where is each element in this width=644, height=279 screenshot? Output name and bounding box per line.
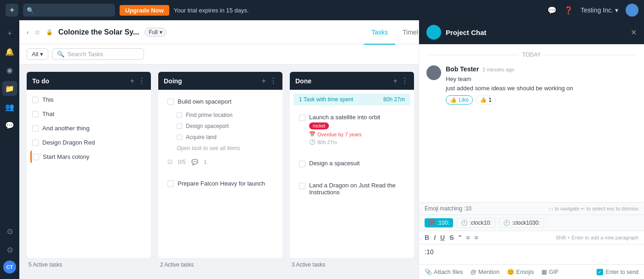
company-name[interactable]: Testing Inc. ▾	[581, 6, 618, 14]
reaction-count[interactable]: 👍 1	[476, 95, 496, 105]
column-todo-body: This That And another thing Design Drago…	[27, 90, 151, 258]
done-task-top: Design a spacesuit	[299, 160, 405, 167]
emoji-options: 💯 :100: 🕙 :clock10: 🕙 :clock1030:	[419, 215, 644, 231]
task-checkbox[interactable]	[299, 161, 305, 167]
task-item-highlighted[interactable]: Start Mars colony	[30, 151, 147, 163]
help-icon[interactable]: ❓	[564, 6, 573, 15]
column-doing-title: Doing	[164, 77, 258, 85]
enter-checkbox[interactable]: ✓	[597, 269, 603, 275]
sidebar-item-messages[interactable]: 💬	[2, 118, 17, 133]
task-checkbox[interactable]	[32, 140, 39, 146]
bold-button[interactable]: B	[425, 234, 429, 241]
message-author: Bob Tester	[446, 65, 479, 73]
done-task-top: Land a Dragon on Just Read the Instructi…	[299, 182, 405, 196]
message-content: Bob Tester 2 minutes ago Hey team just a…	[446, 65, 637, 105]
chat-icon[interactable]: 💬	[547, 6, 557, 15]
upgrade-button[interactable]: Upgrade Now	[120, 5, 169, 16]
task-checkbox[interactable]	[32, 125, 39, 132]
see-all-items[interactable]: Open task to see all items	[162, 143, 279, 156]
task-checkbox[interactable]	[32, 97, 39, 103]
at-icon: @	[471, 268, 477, 275]
hundred-icon: 💯	[428, 220, 435, 226]
task-label: And another thing	[42, 125, 90, 132]
filter-all-button[interactable]: All ▾	[27, 48, 48, 60]
enter-label: Enter to send	[606, 269, 638, 275]
search-tasks-input[interactable]: 🔍 Search Tasks	[52, 48, 144, 60]
task-item[interactable]: Design Dragon Red	[30, 136, 147, 149]
doing-task-footer: ☑ 0/5 💬 1	[162, 156, 279, 170]
chevron-down-icon: ▾	[40, 51, 43, 58]
gif-button[interactable]: ▦ GIF	[541, 268, 559, 275]
doing-task-falcon[interactable]: Prepare Falcon Heavy for launch	[162, 175, 279, 192]
reaction-like[interactable]: 👍 Like	[446, 95, 473, 105]
tab-tasks[interactable]: Tasks	[364, 21, 395, 45]
task-item[interactable]: This	[30, 93, 147, 106]
message-avatar	[426, 65, 441, 80]
column-done-header: Done + ⋮	[290, 72, 414, 90]
star-button[interactable]: ☆	[34, 29, 40, 36]
italic-button[interactable]: I	[434, 234, 436, 241]
chat-input[interactable]: :10	[419, 244, 644, 264]
doing-task-spaceport[interactable]: Build own spaceport Find prime location …	[162, 93, 279, 170]
done-task-spacesuit[interactable]: Design a spacesuit	[293, 155, 410, 172]
attach-files-button[interactable]: 📎 Attach files	[425, 268, 463, 275]
back-button[interactable]: ‹	[27, 29, 29, 36]
done-task-title: Design a spacesuit	[309, 160, 360, 167]
sub-checkbox[interactable]	[177, 112, 182, 118]
chat-panel: Project Chat ✕ TODAY Bob Tester 2 minute…	[419, 20, 644, 279]
calendar-icon: 📅	[309, 131, 316, 137]
mention-button[interactable]: @ Mention	[471, 268, 500, 275]
doing-task-title: Prepare Falcon Heavy for launch	[178, 180, 265, 187]
sidebar-item-projects[interactable]: 📁	[2, 81, 17, 96]
emoji-100[interactable]: 💯 :100:	[425, 218, 453, 227]
emoji-clock1030[interactable]: 🕙 :clock1030:	[499, 218, 544, 228]
rocket-badge: rocket	[309, 122, 329, 129]
column-done-menu-button[interactable]: ⋮	[401, 76, 408, 85]
column-todo: To do + ⋮ This That And another thing	[27, 72, 151, 272]
task-checkbox[interactable]	[32, 111, 39, 117]
done-task-dragon[interactable]: Land a Dragon on Just Read the Instructi…	[293, 177, 410, 200]
emojis-button[interactable]: 😊 Emojis	[507, 268, 534, 275]
quote-button[interactable]: "	[458, 234, 461, 241]
ordered-list-button[interactable]: ≡	[466, 234, 470, 241]
column-doing-add-button[interactable]: +	[262, 77, 266, 85]
lock-icon: 🔒	[46, 29, 53, 35]
sidebar-bottom: ⊙ ⊙ CT	[2, 224, 17, 273]
sub-item[interactable]: Find prime location	[162, 110, 279, 121]
sidebar-item-notifications[interactable]: 🔔	[2, 44, 17, 59]
sub-checkbox[interactable]	[177, 134, 182, 140]
task-checkbox[interactable]	[167, 180, 174, 187]
task-item[interactable]: And another thing	[30, 122, 147, 134]
sidebar-user-initials[interactable]: CT	[3, 261, 16, 273]
task-checkbox[interactable]	[299, 115, 305, 121]
task-checkbox[interactable]	[33, 154, 39, 160]
column-todo-menu-button[interactable]: ⋮	[138, 76, 145, 85]
task-checkbox[interactable]	[299, 183, 305, 189]
column-done-add-button[interactable]: +	[393, 77, 397, 85]
sub-item[interactable]: Design spaceport	[162, 121, 279, 132]
sub-item[interactable]: Acquire land	[162, 132, 279, 143]
done-task-satellite[interactable]: Launch a satellite into orbit rocket 📅 O…	[293, 109, 410, 150]
column-todo-add-button[interactable]: +	[130, 77, 134, 85]
sidebar-item-home[interactable]: ◉	[2, 63, 17, 77]
emoji-clock10[interactable]: 🕙 :clock10:	[457, 218, 495, 228]
topbar-add-button[interactable]: +	[6, 4, 18, 17]
sub-checkbox[interactable]	[177, 123, 182, 129]
sidebar-item-settings2[interactable]: ⊙	[2, 242, 17, 257]
project-badge[interactable]: Full ▾	[144, 28, 166, 37]
strikethrough-button[interactable]: S	[449, 234, 454, 241]
underline-button[interactable]: U	[440, 234, 445, 241]
sidebar-item-add[interactable]: ＋	[2, 26, 17, 41]
sidebar-item-people[interactable]: 👥	[2, 99, 17, 114]
column-doing-menu-button[interactable]: ⋮	[270, 76, 277, 85]
user-avatar[interactable]	[626, 4, 638, 17]
chevron-down-icon: ▾	[615, 6, 618, 14]
toolbar-hint: Shift + Enter to add a new paragraph	[556, 235, 638, 240]
task-checkbox[interactable]	[167, 99, 174, 105]
task-item[interactable]: That	[30, 108, 147, 120]
unordered-list-button[interactable]: ≡	[474, 234, 478, 241]
doing-task-header: Build own spaceport	[162, 93, 279, 110]
task-label: Design Dragon Red	[42, 139, 95, 146]
sidebar-item-settings1[interactable]: ⊙	[2, 224, 17, 238]
chat-close-button[interactable]: ✕	[631, 28, 637, 37]
